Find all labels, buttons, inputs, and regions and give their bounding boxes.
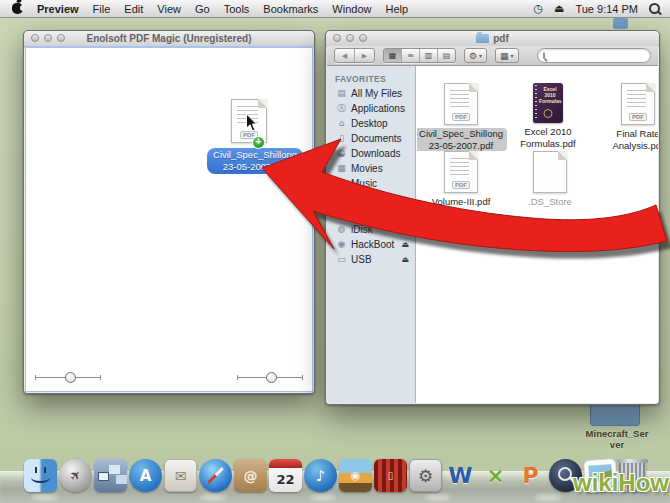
action-menu-button[interactable]: ⚙ ▾ bbox=[464, 48, 487, 63]
menu-go[interactable]: Go bbox=[195, 3, 210, 15]
launchpad-icon[interactable]: ✈ bbox=[59, 459, 92, 492]
file-label: Volume-III.pdf bbox=[432, 196, 491, 207]
finder-titlebar: pdf bbox=[326, 31, 659, 47]
powerpoint-icon[interactable]: P bbox=[514, 459, 547, 492]
pdf-file-icon: PDF bbox=[444, 151, 478, 193]
file-label: .DS_Store bbox=[528, 196, 572, 207]
desktop: Minecraft_Ser ver Preview File Edit View… bbox=[0, 0, 670, 503]
eject-icon[interactable]: ⏏ bbox=[554, 2, 564, 15]
usb-icon: ▭ bbox=[336, 253, 347, 266]
word-icon[interactable]: W bbox=[444, 459, 477, 492]
menu-help[interactable]: Help bbox=[385, 3, 408, 15]
menu-file[interactable]: File bbox=[93, 3, 111, 15]
column-view-button[interactable]: ▥ bbox=[420, 49, 438, 62]
finder-title: pdf bbox=[493, 33, 509, 44]
all-my-files-icon: ▤ bbox=[336, 87, 347, 100]
idisk-icon: ◍ bbox=[336, 223, 347, 236]
close-button[interactable] bbox=[333, 34, 341, 42]
app-store-icon[interactable]: A bbox=[129, 459, 162, 492]
coverflow-view-button[interactable]: ▤ bbox=[438, 49, 455, 62]
blank-file-icon bbox=[533, 151, 567, 193]
sidebar-item-music[interactable]: ♪Music bbox=[327, 176, 415, 191]
list-view-button[interactable]: ≡ bbox=[402, 49, 420, 62]
file-label: Civil_Spec_Shillong 23-05-2007.pdf bbox=[417, 128, 507, 151]
finder-icon[interactable] bbox=[24, 459, 57, 492]
system-preferences-icon[interactable]: ⚙ bbox=[409, 459, 442, 492]
apple-menu-icon[interactable] bbox=[12, 3, 23, 14]
sidebar-item-pictures[interactable]: ▨Pictures bbox=[327, 191, 415, 206]
eject-icon[interactable]: ⏏ bbox=[401, 238, 415, 251]
file-label: Excel 2010 Formulas.pdf bbox=[520, 126, 575, 149]
file-final-rate[interactable]: PDF Final Rate Analysis.pdf bbox=[592, 83, 658, 151]
iphoto-icon[interactable]: ◉ bbox=[339, 459, 372, 492]
menu-app[interactable]: Preview bbox=[37, 3, 79, 15]
eject-icon[interactable]: ⏏ bbox=[401, 253, 415, 266]
documents-icon: ▯ bbox=[336, 132, 347, 145]
close-button[interactable] bbox=[31, 34, 39, 42]
clock-icon[interactable]: ◷ bbox=[533, 2, 543, 15]
menu-edit[interactable]: Edit bbox=[124, 3, 143, 15]
file-volume-iii[interactable]: PDF Volume-III.pdf bbox=[417, 151, 507, 208]
hackboot-icon: ◉ bbox=[336, 238, 347, 251]
zoom-button[interactable] bbox=[359, 34, 367, 42]
left-slider-knob[interactable] bbox=[65, 372, 76, 383]
right-slider-knob[interactable] bbox=[266, 372, 277, 383]
menu-clock-text[interactable]: Tue 9:14 PM bbox=[575, 3, 638, 15]
zoom-button[interactable] bbox=[57, 34, 65, 42]
sidebar-item-desktop[interactable]: ⌂Desktop bbox=[327, 116, 415, 131]
left-slider[interactable] bbox=[35, 372, 101, 384]
wikihow-watermark: wikiHow bbox=[573, 469, 669, 497]
sidebar-item-hackboot[interactable]: ◉HackBoot⏏ bbox=[327, 237, 415, 252]
applications-icon: Ⓐ bbox=[336, 102, 347, 115]
pictures-icon: ▨ bbox=[336, 192, 347, 205]
sidebar-item-all-my-files[interactable]: ▤All My Files bbox=[327, 86, 415, 101]
back-button[interactable]: ◀ bbox=[335, 49, 355, 62]
copy-plus-badge: + bbox=[252, 136, 265, 149]
contacts-icon[interactable]: @ bbox=[234, 459, 267, 492]
search-field[interactable] bbox=[537, 48, 651, 63]
sidebar-item-documents[interactable]: ▯Documents bbox=[327, 131, 415, 146]
search-icon bbox=[543, 52, 545, 59]
menu-window[interactable]: Window bbox=[332, 3, 371, 15]
desktop-folder-peek[interactable] bbox=[613, 18, 628, 29]
mission-control-icon[interactable] bbox=[94, 459, 127, 492]
file-excel-formulas[interactable]: Excel 2010 Formulas Excel 2010 Formulas.… bbox=[502, 83, 594, 149]
minimize-button[interactable] bbox=[346, 34, 354, 42]
finder-window: pdf ◀ ▶ ▦ ≡ ▥ ▤ ⚙ ▾ ▦ ▾ bbox=[325, 30, 660, 405]
itunes-icon[interactable]: ♪ bbox=[304, 459, 337, 492]
file-ds-store[interactable]: .DS_Store bbox=[504, 151, 596, 208]
green-office-icon[interactable]: × bbox=[479, 459, 512, 492]
safari-icon[interactable] bbox=[199, 459, 232, 492]
right-slider[interactable] bbox=[237, 372, 303, 384]
gear-icon: ⚙ bbox=[469, 51, 477, 61]
file-civil-spec[interactable]: PDF Civil_Spec_Shillong 23-05-2007.pdf bbox=[417, 83, 507, 151]
spotlight-icon[interactable] bbox=[649, 3, 660, 14]
menu-bookmarks[interactable]: Bookmarks bbox=[263, 3, 318, 15]
forward-button[interactable]: ▶ bbox=[355, 49, 374, 62]
movies-icon: ▦ bbox=[336, 162, 347, 175]
downloads-icon: ◒ bbox=[336, 147, 347, 160]
photo-booth-icon[interactable]: ▯ bbox=[374, 459, 407, 492]
menu-tools[interactable]: Tools bbox=[224, 3, 250, 15]
dock: ✈ A ✉ @ 22 ♪ ◉ ▯ ⚙ W × P bbox=[0, 447, 670, 503]
desktop-icon: ⌂ bbox=[336, 117, 347, 130]
pdf-file-icon: PDF bbox=[621, 83, 655, 125]
file-label: Final Rate Analysis.pdf bbox=[612, 128, 658, 151]
sidebar-item-applications[interactable]: ⒶApplications bbox=[327, 101, 415, 116]
minecraft-server-icon[interactable] bbox=[590, 402, 640, 426]
mail-icon[interactable]: ✉ bbox=[164, 459, 197, 492]
pdf-file-icon: PDF bbox=[444, 83, 478, 125]
sidebar-item-usb[interactable]: ▭USB⏏ bbox=[327, 252, 415, 267]
arrange-menu-button[interactable]: ▦ ▾ bbox=[495, 48, 519, 63]
search-input[interactable] bbox=[548, 50, 665, 61]
pdf-magic-titlebar: Enolsoft PDF Magic (Unregistered) bbox=[24, 31, 314, 47]
calendar-icon[interactable]: 22 bbox=[269, 459, 302, 492]
icon-view-button[interactable]: ▦ bbox=[384, 49, 402, 62]
menu-view[interactable]: View bbox=[157, 3, 181, 15]
sidebar-item-movies[interactable]: ▦Movies bbox=[327, 161, 415, 176]
pdf-magic-window: Enolsoft PDF Magic (Unregistered) PDF + … bbox=[23, 30, 315, 394]
pdf-magic-content[interactable]: PDF + Civil_Spec_Shillong 23-05-2007.pdf bbox=[25, 46, 313, 392]
sidebar-item-idisk[interactable]: ◍iDisk bbox=[327, 222, 415, 237]
minimize-button[interactable] bbox=[44, 34, 52, 42]
sidebar-item-downloads[interactable]: ◒Downloads bbox=[327, 146, 415, 161]
